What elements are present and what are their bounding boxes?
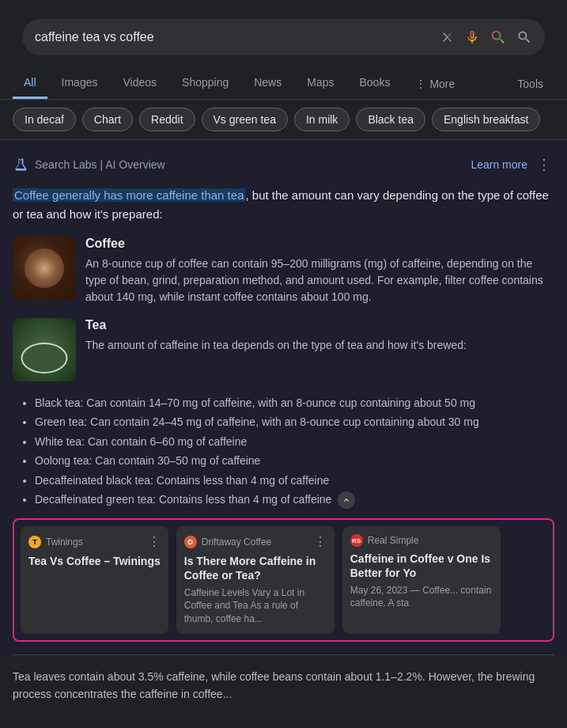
summary-highlight: Coffee generally has more caffeine than … [13, 188, 245, 202]
lens-icon [490, 28, 507, 46]
realsimple-title: Caffeine in Coffee v One Is Better for Y… [350, 552, 493, 580]
driftaway-header: D Driftaway Coffee ⋮ [184, 534, 327, 549]
twinings-favicon: T [28, 536, 41, 548]
bullet-green-tea: Green tea: Can contain 24–45 mg of caffe… [35, 413, 554, 430]
ai-overview-actions: Learn more ⋮ [471, 153, 554, 176]
coffee-description: An 8-ounce cup of coffee can contain 95–… [85, 256, 554, 305]
dots-icon: ⋮ [415, 78, 426, 90]
tools-button[interactable]: Tools [506, 70, 554, 98]
learn-more-link[interactable]: Learn more [471, 158, 527, 171]
bullet-decaf-black: Decaffeinated black tea: Contains less t… [35, 472, 554, 489]
summary-text: Coffee generally has more caffeine than … [13, 186, 554, 224]
lens-button[interactable] [490, 28, 507, 46]
ai-overview-more-button[interactable]: ⋮ [534, 153, 554, 176]
microphone-icon [464, 29, 480, 45]
realsimple-site: RS Real Simple [350, 534, 419, 547]
ai-overview-title: Search Labs | AI Overview [13, 157, 165, 173]
tea-intro: The amount of caffeine in tea depends on… [85, 337, 467, 354]
tab-images[interactable]: Images [51, 68, 109, 99]
realsimple-header: RS Real Simple [350, 534, 493, 547]
source-cards: T Twinings ⋮ Tea Vs Coffee – Twinings D … [13, 518, 554, 642]
realsimple-favicon: RS [350, 534, 363, 547]
bottom-paragraph: Tea leaves contain about 3.5% caffeine, … [13, 668, 554, 703]
tab-maps[interactable]: Maps [296, 68, 345, 99]
voice-search-button[interactable] [464, 29, 480, 45]
source-card-twinings[interactable]: T Twinings ⋮ Tea Vs Coffee – Twinings [21, 526, 168, 634]
search-input[interactable] [35, 30, 440, 44]
driftaway-more-button[interactable]: ⋮ [314, 534, 327, 549]
google-search-button[interactable] [516, 29, 532, 45]
bottom-text: Tea leaves contain about 3.5% caffeine, … [0, 655, 567, 716]
twinings-more-button[interactable]: ⋮ [148, 534, 161, 549]
bullet-white-tea: White tea: Can contain 6–60 mg of caffei… [35, 433, 554, 450]
chip-black-tea[interactable]: Black tea [356, 108, 425, 131]
coffee-image [13, 237, 76, 300]
tea-text: Tea The amount of caffeine in tea depend… [85, 318, 467, 381]
twinings-site: T Twinings [28, 536, 83, 548]
tab-all[interactable]: All [13, 68, 47, 99]
driftaway-description: Caffeine Levels Vary a Lot in Coffee and… [184, 586, 327, 626]
driftaway-name: Driftaway Coffee [202, 537, 271, 548]
coffee-item: Coffee An 8-ounce cup of coffee can cont… [13, 237, 554, 305]
ai-overview-header: Search Labs | AI Overview Learn more ⋮ [13, 153, 554, 176]
source-card-realsimple[interactable]: RS Real Simple Caffeine in Coffee v One … [342, 526, 501, 634]
expand-button[interactable] [338, 491, 355, 509]
more-tabs-button[interactable]: ⋮ More [404, 70, 466, 98]
chip-chart[interactable]: Chart [82, 108, 133, 131]
search-icon [516, 29, 532, 45]
filter-chips: In decaf Chart Reddit Vs green tea In mi… [0, 100, 567, 139]
tea-bullet-list: Black tea: Can contain 14–70 mg of caffe… [16, 394, 554, 509]
tea-title: Tea [85, 318, 467, 332]
bullet-black-tea: Black tea: Can contain 14–70 mg of caffe… [35, 394, 554, 411]
driftaway-favicon: D [184, 536, 197, 548]
driftaway-site: D Driftaway Coffee [184, 536, 271, 548]
ai-overview-section: Search Labs | AI Overview Learn more ⋮ C… [0, 139, 567, 654]
coffee-text: Coffee An 8-ounce cup of coffee can cont… [85, 237, 554, 305]
realsimple-name: Real Simple [368, 535, 419, 546]
chevron-up-icon [342, 495, 351, 505]
driftaway-title: Is There More Caffeine in Coffee or Tea? [184, 554, 327, 582]
tea-item: Tea The amount of caffeine in tea depend… [13, 318, 554, 381]
tab-videos[interactable]: Videos [112, 68, 168, 99]
chip-english-breakfast[interactable]: English breakfast [432, 108, 540, 131]
twinings-name: Twinings [46, 537, 83, 548]
twinings-title: Tea Vs Coffee – Twinings [28, 554, 161, 568]
chip-in-milk[interactable]: In milk [294, 108, 350, 131]
chip-reddit[interactable]: Reddit [139, 108, 195, 131]
search-bar[interactable] [22, 19, 545, 55]
twinings-header: T Twinings ⋮ [28, 534, 161, 549]
bullet-decaf-green: Decaffeinated green tea: Contains less t… [35, 491, 554, 509]
clear-button[interactable] [440, 30, 455, 44]
close-icon [440, 30, 455, 44]
tab-shopping[interactable]: Shopping [171, 68, 240, 99]
chip-vs-green-tea[interactable]: Vs green tea [202, 108, 288, 131]
tab-news[interactable]: News [243, 68, 293, 99]
coffee-title: Coffee [85, 237, 554, 251]
chip-in-decaf[interactable]: In decaf [13, 108, 76, 131]
flask-icon [13, 157, 28, 173]
nav-tabs: All Images Videos Shopping News Maps Boo… [0, 68, 567, 100]
tab-books[interactable]: Books [348, 68, 401, 99]
bullet-oolong-tea: Oolong tea: Can contain 30–50 mg of caff… [35, 452, 554, 469]
ai-overview-label: Search Labs | AI Overview [35, 158, 165, 171]
realsimple-description: May 26, 2023 — Coffee... contain caffein… [350, 584, 493, 611]
tea-image [13, 318, 76, 381]
source-card-driftaway[interactable]: D Driftaway Coffee ⋮ Is There More Caffe… [176, 526, 335, 634]
